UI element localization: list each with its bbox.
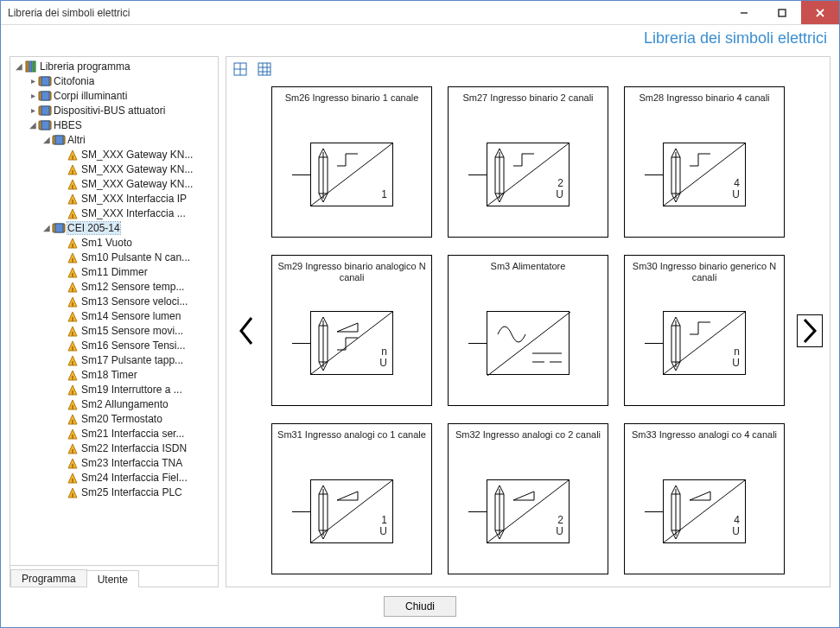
window-buttons [725, 1, 839, 24]
expand-icon[interactable]: ▸ [28, 76, 38, 86]
svg-rect-4 [26, 61, 29, 72]
symbol-card[interactable]: Sm30 Ingresso binario generico N canalin… [624, 255, 785, 406]
symbol-card[interactable]: Sm26 Ingresso binario 1 canale1 [271, 86, 432, 238]
expand-icon[interactable]: ◢ [28, 120, 38, 130]
tree-icon [66, 192, 80, 206]
svg-marker-93 [337, 323, 358, 332]
expand-icon[interactable]: ▸ [28, 105, 38, 115]
tree-item[interactable]: Sm22 Interfaccia ISDN [12, 441, 218, 455]
tree-label: SM_XXX Interfaccia IP [81, 193, 187, 205]
tree-root[interactable]: ◢Libreria programma [12, 59, 218, 73]
tree-icon [66, 309, 80, 323]
tree-label: Sm13 Sensore veloci... [81, 295, 188, 308]
tree-label: CEI 205-14 [67, 222, 120, 234]
tool-button-2[interactable] [256, 60, 273, 78]
svg-rect-64 [72, 493, 73, 498]
tree-label: Sm18 Timer [81, 369, 137, 381]
tree-icon [38, 74, 52, 88]
tree-icon [66, 456, 80, 470]
symbol-card[interactable]: Sm32 Ingresso analogi co 2 canali2U [448, 423, 608, 574]
svg-rect-42 [72, 332, 73, 336]
svg-marker-108 [337, 492, 358, 500]
tree-item[interactable]: SM_XXX Gateway KN... [12, 162, 218, 176]
expand-icon[interactable]: ◢ [41, 223, 52, 232]
tree-item[interactable]: Sm17 Pulsante tapp... [12, 352, 218, 367]
symbol-grid: Sm26 Ingresso binario 1 canale1Sm27 Ingr… [263, 81, 793, 580]
symbol-card[interactable]: Sm27 Ingresso binario 2 canali2U [448, 86, 608, 238]
tree-folder[interactable]: ◢Altri [12, 132, 218, 147]
tree-folder[interactable]: ▸Citofonia [12, 73, 218, 88]
svg-rect-20 [72, 170, 73, 174]
tree-icon [66, 485, 80, 499]
svg-rect-44 [72, 346, 73, 351]
svg-rect-8 [41, 77, 49, 86]
tree-item[interactable]: SM_XXX Gateway KN... [12, 147, 218, 162]
tree-item[interactable]: SM_XXX Gateway KN... [12, 176, 218, 191]
tree-item[interactable]: Sm10 Pulsante N can... [12, 250, 218, 264]
tree-icon [24, 60, 38, 73]
tree-item[interactable]: Sm25 Interfaccia PLC [12, 485, 218, 499]
tree-item[interactable]: Sm1 Vuoto [12, 235, 218, 250]
svg-marker-114 [513, 492, 534, 500]
tool-button-1[interactable] [232, 60, 249, 78]
symbol-card[interactable]: Sm33 Ingresso analogi co 4 canali4U [624, 423, 785, 574]
page-header: Libreria dei simboli elettrici [1, 25, 839, 51]
tree-icon [66, 295, 80, 308]
tree-item[interactable]: SM_XXX Interfaccia ... [12, 206, 218, 220]
svg-rect-68 [258, 63, 270, 75]
symbol-card[interactable]: Sm3 Alimentatore [448, 255, 608, 406]
tab-programma[interactable]: Programma [10, 569, 87, 587]
tree-item[interactable]: Sm15 Sensore movi... [12, 323, 218, 338]
tree-label: Sm20 Termostato [81, 413, 162, 425]
tree-label: Sm23 Interfaccia TNA [81, 457, 182, 469]
minimize-button[interactable] [725, 1, 763, 24]
close-button[interactable] [801, 1, 839, 24]
tree-item[interactable]: SM_XXX Interfaccia IP [12, 191, 218, 206]
symbol-title: Sm28 Ingresso binario 4 canali [630, 92, 779, 117]
symbol-preview: nU [277, 285, 426, 400]
tab-utente[interactable]: Utente [86, 570, 139, 587]
tree-icon [66, 368, 80, 382]
tree-label: Sm11 Dimmer [81, 266, 148, 278]
close-dialog-button[interactable]: Chiudi [384, 596, 456, 617]
symbol-preview [454, 285, 602, 400]
maximize-button[interactable] [763, 1, 801, 24]
tree-item[interactable]: Sm16 Sensore Tensi... [12, 338, 218, 352]
prev-page-button[interactable] [233, 316, 259, 346]
next-page-button[interactable] [797, 314, 823, 347]
symbol-title: Sm26 Ingresso binario 1 canale [277, 92, 426, 117]
tree-label: Sm17 Pulsante tapp... [81, 354, 183, 366]
tree-icon [66, 397, 80, 411]
symbol-card[interactable]: Sm29 Ingresso binario analogico N canali… [271, 255, 432, 406]
svg-rect-46 [72, 361, 73, 365]
expand-icon[interactable]: ◢ [14, 61, 24, 71]
symbol-card[interactable]: Sm28 Ingresso binario 4 canali4U [624, 86, 785, 238]
tree-item[interactable]: Sm24 Interfaccia Fiel... [12, 470, 218, 485]
tree-item[interactable]: Sm14 Sensore lumen [12, 308, 218, 323]
expand-icon[interactable]: ▸ [28, 91, 38, 100]
tree-item[interactable]: Sm20 Termostato [12, 411, 218, 426]
tree-item[interactable]: Sm11 Dimmer [12, 264, 218, 279]
tree-icon [52, 133, 66, 147]
symbol-card[interactable]: Sm31 Ingresso analogi co 1 canale1U [271, 423, 432, 574]
svg-rect-50 [72, 390, 73, 395]
tree-folder-selected[interactable]: ◢CEI 205-14 [12, 220, 218, 235]
tree-icon [66, 148, 80, 162]
tree-folder[interactable]: ▸Dispositivi-BUS attuatori [12, 103, 218, 117]
tree-folder[interactable]: ◢HBES [12, 117, 218, 132]
app-window: Libreria dei simboli elettrici Libreria … [0, 0, 840, 628]
tree-item[interactable]: Sm21 Interfaccia ser... [12, 426, 218, 441]
symbol-preview: 2U [454, 117, 602, 232]
tree-item[interactable]: Sm18 Timer [12, 367, 218, 382]
tree-folder[interactable]: ▸Corpi illuminanti [12, 88, 218, 103]
tree-icon [66, 206, 80, 220]
tree-item[interactable]: Sm23 Interfaccia TNA [12, 455, 218, 470]
tree-item[interactable]: Sm19 Interruttore a ... [12, 382, 218, 396]
tree-item[interactable]: Sm2 Allungamento [12, 396, 218, 411]
tree-item[interactable]: Sm13 Sensore veloci... [12, 294, 218, 308]
tree[interactable]: ◢Libreria programma▸Citofonia▸Corpi illu… [10, 57, 218, 565]
expand-icon[interactable]: ◢ [41, 135, 52, 144]
svg-rect-48 [72, 376, 73, 380]
svg-rect-30 [72, 244, 73, 248]
tree-item[interactable]: Sm12 Sensore temp... [12, 279, 218, 294]
